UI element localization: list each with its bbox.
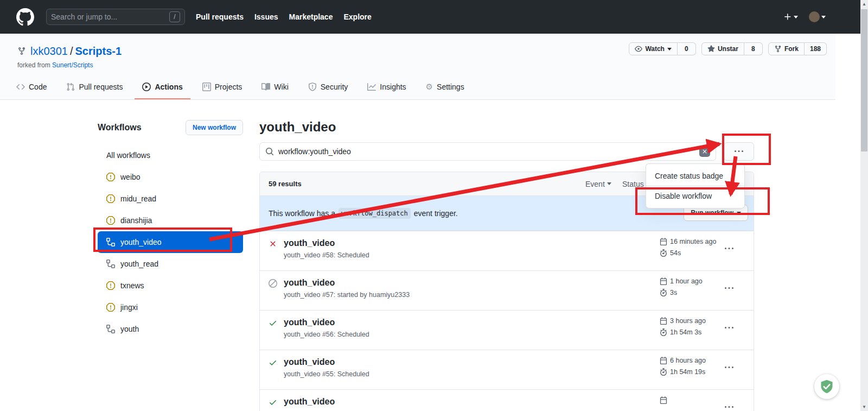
tab-wiki[interactable]: Wiki bbox=[254, 77, 296, 99]
fork-count[interactable]: 188 bbox=[805, 42, 827, 55]
run-options-button[interactable] bbox=[721, 244, 737, 255]
shield-check-icon bbox=[819, 379, 834, 394]
run-options-button[interactable] bbox=[721, 284, 737, 295]
nav-issues[interactable]: Issues bbox=[254, 12, 278, 21]
calendar-icon bbox=[660, 357, 667, 364]
run-row: youth_video youth_video #58: Scheduled 1… bbox=[260, 231, 754, 270]
stopwatch-icon bbox=[660, 368, 667, 376]
tab-settings[interactable]: ⚙Settings bbox=[418, 77, 472, 99]
repo-owner-link[interactable]: lxk0301 bbox=[30, 45, 68, 57]
repo-tab-nav: Code Pull requests Actions Projects Wiki… bbox=[9, 77, 835, 99]
user-menu[interactable] bbox=[809, 11, 826, 22]
repo-forked-icon bbox=[774, 45, 782, 53]
run-link[interactable]: youth_video bbox=[284, 238, 369, 248]
forked-from-label: forked from bbox=[17, 61, 50, 69]
project-icon bbox=[202, 83, 211, 91]
run-row: youth_video youth_video #55: Scheduled 6… bbox=[260, 350, 754, 389]
adguard-shield-badge[interactable] bbox=[814, 374, 839, 399]
run-link[interactable]: youth_video bbox=[284, 357, 369, 367]
stopwatch-icon bbox=[660, 289, 667, 296]
tab-actions[interactable]: Actions bbox=[135, 77, 190, 99]
sidebar-item-youth-read[interactable]: youth_read bbox=[98, 253, 243, 275]
scrollbar-thumb[interactable] bbox=[861, 9, 867, 151]
chevron-down-icon bbox=[607, 182, 611, 187]
sidebar-item-youth[interactable]: youth bbox=[98, 318, 243, 340]
plus-icon bbox=[783, 12, 792, 21]
chevron-down-icon bbox=[794, 16, 798, 21]
tab-pull-requests[interactable]: Pull requests bbox=[59, 77, 130, 99]
sidebar-item-midu-read[interactable]: midu_read bbox=[98, 188, 243, 210]
kebab-icon bbox=[725, 284, 733, 293]
fork-button[interactable]: Fork bbox=[768, 42, 805, 55]
run-time: 16 minutes ago bbox=[670, 238, 716, 245]
calendar-icon bbox=[660, 317, 667, 325]
sidebar-item-dianshijia[interactable]: dianshijia bbox=[98, 210, 243, 231]
run-duration: 54s bbox=[670, 249, 681, 257]
run-description: youth_video #55: Scheduled bbox=[284, 370, 369, 378]
star-count[interactable]: 8 bbox=[744, 42, 763, 55]
fork-group: Fork 188 bbox=[768, 42, 827, 55]
global-search-input[interactable] bbox=[51, 12, 169, 21]
watch-button[interactable]: Watch bbox=[629, 42, 678, 55]
alert-icon bbox=[106, 194, 115, 203]
runs-filter-box[interactable] bbox=[259, 142, 716, 161]
run-description: youth_video #56: Scheduled bbox=[284, 331, 369, 338]
tab-security[interactable]: Security bbox=[301, 77, 356, 99]
kebab-icon bbox=[735, 147, 743, 156]
calendar-icon bbox=[660, 238, 667, 245]
scroll-down-icon[interactable]: ▼ bbox=[860, 404, 868, 409]
tab-projects[interactable]: Projects bbox=[195, 77, 250, 99]
run-link[interactable]: youth_video bbox=[284, 397, 335, 407]
scrollbar[interactable]: ▲ ▼ bbox=[860, 0, 868, 411]
nav-pull-requests[interactable]: Pull requests bbox=[196, 12, 244, 21]
run-link[interactable]: youth_video bbox=[284, 318, 369, 327]
workflow-main: youth_video 59 results Event Status This… bbox=[259, 100, 754, 411]
sidebar-item-jingxi[interactable]: jingxi bbox=[98, 296, 243, 318]
nav-marketplace[interactable]: Marketplace bbox=[289, 12, 333, 21]
x-failure-icon bbox=[269, 239, 277, 248]
workflows-sidebar: Workflows New workflow All workflows wei… bbox=[98, 100, 243, 411]
sidebar-item-txnews[interactable]: txnews bbox=[98, 275, 243, 296]
global-search-box[interactable]: / bbox=[46, 9, 185, 25]
kebab-icon bbox=[725, 244, 733, 253]
github-logo-icon[interactable] bbox=[16, 8, 34, 26]
page-title: youth_video bbox=[259, 119, 754, 135]
calendar-icon bbox=[660, 277, 667, 285]
run-options-button[interactable] bbox=[721, 363, 737, 374]
alert-icon bbox=[106, 281, 115, 290]
sidebar-item-all-workflows[interactable]: All workflows bbox=[98, 144, 243, 166]
run-options-button[interactable] bbox=[721, 324, 737, 334]
scroll-up-icon[interactable]: ▲ bbox=[860, 2, 868, 7]
repo-forked-icon bbox=[17, 47, 26, 55]
chevron-down-icon bbox=[737, 212, 741, 217]
results-count: 59 results bbox=[269, 180, 302, 188]
create-new-menu[interactable] bbox=[783, 12, 798, 21]
breadcrumb-separator: / bbox=[68, 45, 75, 57]
banner-text-after: event trigger. bbox=[414, 209, 458, 218]
run-options-button[interactable] bbox=[721, 403, 737, 411]
workflow-options-button[interactable] bbox=[724, 142, 754, 161]
forked-from-link[interactable]: Sunert/Scripts bbox=[52, 61, 93, 69]
stopwatch-icon bbox=[660, 328, 667, 336]
shield-icon bbox=[308, 83, 317, 91]
git-pull-request-icon bbox=[66, 83, 75, 91]
repo-name-link[interactable]: Scripts-1 bbox=[75, 45, 122, 57]
topbar-right bbox=[783, 11, 826, 22]
clear-filter-button[interactable] bbox=[699, 146, 710, 157]
runs-filter-input[interactable] bbox=[278, 147, 695, 156]
sidebar-item-weibo[interactable]: weibo bbox=[98, 166, 243, 188]
menu-item-disable-workflow[interactable]: Disable workflow bbox=[646, 186, 744, 206]
watch-count[interactable]: 0 bbox=[678, 42, 696, 55]
sidebar-item-youth-video[interactable]: youth_video bbox=[98, 231, 243, 253]
run-duration: 1h 54m 19s bbox=[670, 368, 705, 376]
unstar-button[interactable]: Unstar bbox=[701, 42, 744, 55]
tab-code[interactable]: Code bbox=[9, 77, 54, 99]
event-filter[interactable]: Event bbox=[585, 180, 611, 188]
tab-insights[interactable]: Insights bbox=[360, 77, 413, 99]
new-workflow-button[interactable]: New workflow bbox=[186, 120, 243, 135]
chevron-down-icon bbox=[821, 16, 826, 21]
menu-item-create-status-badge[interactable]: Create status badge bbox=[646, 166, 744, 186]
avatar bbox=[809, 11, 820, 22]
nav-explore[interactable]: Explore bbox=[343, 12, 371, 21]
run-link[interactable]: youth_video bbox=[284, 278, 410, 288]
